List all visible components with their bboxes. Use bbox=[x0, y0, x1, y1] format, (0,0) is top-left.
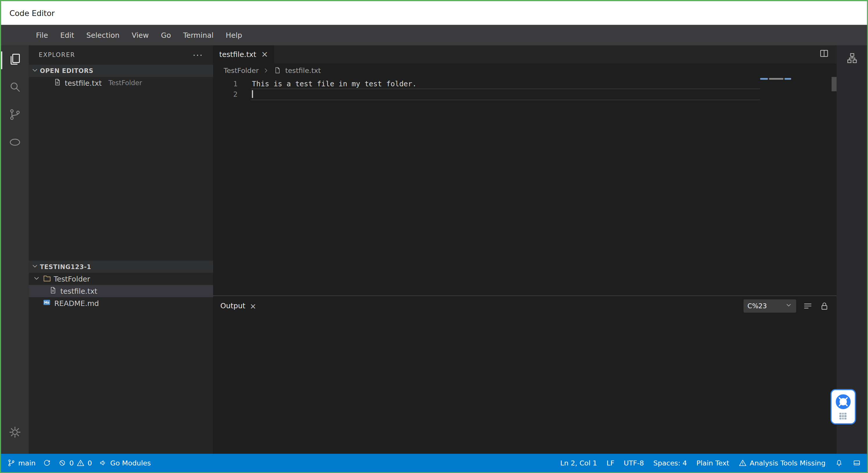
menu-edit[interactable]: Edit bbox=[54, 25, 80, 45]
run-oval-icon bbox=[8, 136, 22, 151]
encoding-status-item[interactable]: UTF-8 bbox=[624, 459, 644, 467]
panel-tab-label: Output bbox=[220, 302, 245, 310]
sidebar-title: EXPLORER bbox=[39, 52, 75, 59]
warning-icon bbox=[739, 459, 747, 467]
title-bar: Code Editor bbox=[1, 1, 867, 25]
editor-region: testfile.txt × TestFolder bbox=[213, 45, 837, 454]
chevron-down-icon bbox=[785, 301, 793, 310]
search-icon bbox=[8, 80, 22, 96]
window-frame: Code Editor File Edit Selection View Go … bbox=[0, 0, 868, 473]
error-icon bbox=[58, 459, 67, 467]
indentation-status-item[interactable]: Spaces: 4 bbox=[653, 459, 687, 467]
text-cursor bbox=[252, 90, 253, 98]
eol-status-item[interactable]: LF bbox=[607, 459, 614, 467]
explorer-sidebar: EXPLORER ··· OPEN EDITORS testfile.txt T… bbox=[29, 45, 213, 454]
panel-toggle-status-item[interactable] bbox=[852, 459, 861, 467]
workspace-label: TESTING123-1 bbox=[40, 263, 91, 271]
close-icon[interactable]: × bbox=[261, 50, 268, 59]
run-activity-button[interactable] bbox=[1, 130, 29, 157]
workspace-section-header[interactable]: TESTING123-1 bbox=[29, 261, 213, 273]
code-text[interactable]: This is a test file in my test folder. bbox=[238, 78, 416, 89]
tab-label: testfile.txt bbox=[219, 50, 256, 59]
menu-view[interactable]: View bbox=[126, 25, 155, 45]
main-area: EXPLORER ··· OPEN EDITORS testfile.txt T… bbox=[1, 45, 867, 454]
explorer-activity-button[interactable] bbox=[1, 46, 29, 74]
branch-status-item[interactable]: main bbox=[7, 459, 36, 467]
open-editors-label: OPEN EDITORS bbox=[40, 67, 93, 74]
panel-tab-output[interactable]: Output × bbox=[220, 301, 256, 310]
more-actions-icon[interactable]: ··· bbox=[193, 50, 203, 60]
analysis-tools-status-item[interactable]: Analysis Tools Missing bbox=[739, 459, 826, 467]
menu-selection[interactable]: Selection bbox=[80, 25, 126, 45]
notifications-status-item[interactable] bbox=[835, 459, 843, 467]
open-editor-item-testfile[interactable]: testfile.txt TestFolder bbox=[29, 77, 213, 89]
file-icon bbox=[53, 78, 62, 88]
panel-layout-icon bbox=[852, 459, 861, 467]
open-editors-section-header[interactable]: OPEN EDITORS bbox=[29, 65, 213, 77]
code-editor[interactable]: 1 This is a test file in my test folder.… bbox=[213, 77, 837, 295]
go-modules-status-item[interactable]: Go Modules bbox=[99, 459, 151, 467]
sync-status-item[interactable] bbox=[43, 459, 51, 467]
panel-header: Output × C%23 bbox=[213, 296, 837, 316]
menu-file[interactable]: File bbox=[30, 25, 54, 45]
menu-terminal[interactable]: Terminal bbox=[177, 25, 220, 45]
cursor-position: Ln 2, Col 1 bbox=[560, 459, 597, 467]
warning-icon bbox=[76, 459, 85, 467]
folder-icon bbox=[43, 274, 52, 284]
indentation-value: Spaces: 4 bbox=[653, 459, 687, 467]
bell-icon bbox=[835, 459, 843, 467]
markdown-icon bbox=[43, 298, 51, 308]
menu-go[interactable]: Go bbox=[155, 25, 177, 45]
output-panel-content[interactable] bbox=[213, 316, 837, 454]
tree-item-testfile-selected[interactable]: testfile.txt bbox=[29, 285, 213, 297]
breadcrumb-file[interactable]: testfile.txt bbox=[285, 66, 321, 75]
activity-bar bbox=[1, 45, 29, 454]
status-bar: main 0 0 Go Module bbox=[1, 454, 867, 472]
language-mode-status-item[interactable]: Plain Text bbox=[696, 459, 729, 467]
analysis-warning-label: Analysis Tools Missing bbox=[750, 459, 826, 467]
line-number[interactable]: 1 bbox=[213, 78, 238, 89]
tab-testfile[interactable]: testfile.txt × bbox=[213, 45, 274, 64]
code-line-2[interactable]: 2 bbox=[213, 89, 837, 100]
tree-item-readme[interactable]: README.md bbox=[29, 297, 213, 309]
tree-item-label: TestFolder bbox=[54, 275, 90, 283]
editor-actions bbox=[819, 45, 837, 64]
tree-item-label: README.md bbox=[54, 299, 99, 307]
code-line-1[interactable]: 1 This is a test file in my test folder. bbox=[213, 78, 837, 89]
bottom-panel: Output × C%23 bbox=[213, 295, 837, 454]
problems-status-item[interactable]: 0 0 bbox=[58, 459, 92, 467]
sync-icon bbox=[43, 459, 51, 467]
file-icon bbox=[49, 286, 57, 296]
code-text[interactable] bbox=[238, 89, 252, 100]
error-count: 0 bbox=[69, 459, 74, 467]
branch-name: main bbox=[18, 459, 35, 467]
manage-button[interactable] bbox=[1, 419, 29, 447]
word-wrap-icon[interactable] bbox=[803, 301, 813, 311]
file-icon bbox=[274, 66, 281, 74]
assistant-widget[interactable] bbox=[831, 389, 856, 424]
settings-gear-icon bbox=[8, 425, 22, 441]
search-activity-button[interactable] bbox=[1, 74, 29, 102]
lock-icon[interactable] bbox=[819, 301, 829, 311]
tree-item-label: testfile.txt bbox=[60, 287, 97, 295]
breadcrumb-folder[interactable]: TestFolder bbox=[223, 66, 258, 75]
source-control-icon bbox=[8, 108, 22, 123]
sidebar-header: EXPLORER ··· bbox=[29, 45, 213, 65]
output-channel-select[interactable]: C%23 bbox=[744, 299, 796, 312]
source-control-activity-button[interactable] bbox=[1, 102, 29, 129]
menu-help[interactable]: Help bbox=[220, 25, 248, 45]
layout-icon[interactable] bbox=[846, 52, 858, 66]
output-channel-value: C%23 bbox=[747, 302, 767, 310]
sidebar-spacer bbox=[29, 89, 213, 261]
language-mode: Plain Text bbox=[696, 459, 729, 467]
git-branch-icon bbox=[7, 459, 16, 467]
cursor-position-status-item[interactable]: Ln 2, Col 1 bbox=[560, 459, 597, 467]
files-icon bbox=[8, 53, 22, 68]
close-icon[interactable]: × bbox=[250, 301, 256, 310]
speaker-icon bbox=[99, 459, 107, 467]
split-editor-icon[interactable] bbox=[819, 48, 829, 61]
tree-item-testfolder[interactable]: TestFolder bbox=[29, 273, 213, 285]
editor-scrollbar[interactable] bbox=[832, 77, 837, 295]
line-number[interactable]: 2 bbox=[213, 89, 238, 100]
window-title: Code Editor bbox=[9, 9, 55, 18]
